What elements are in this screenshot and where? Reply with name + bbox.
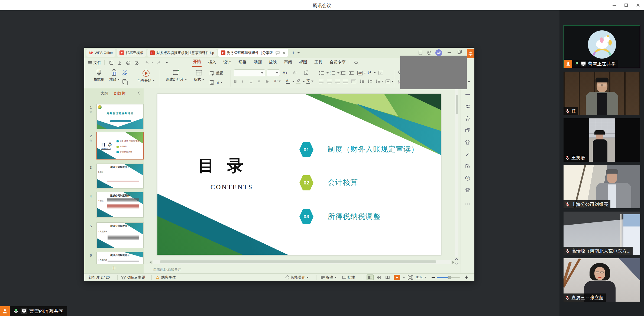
font-color-button[interactable]: A <box>286 78 290 84</box>
missing-font-warning[interactable]: 缺失字体 <box>155 275 176 280</box>
slide-thumbnail-6-clipped[interactable]: 建设公司制度部分 3.其他费用 <box>96 252 144 264</box>
menu-review[interactable]: 审阅 <box>283 59 293 66</box>
align-center-icon[interactable] <box>327 79 332 83</box>
skin-center-icon[interactable] <box>465 187 471 193</box>
bullet-list-icon[interactable] <box>319 71 325 75</box>
numbered-chevron-icon[interactable] <box>337 72 339 74</box>
maximize-button[interactable] <box>620 0 632 10</box>
smart-beautify-button[interactable]: 智能美化 <box>285 275 309 280</box>
bullet-chevron-icon[interactable] <box>326 72 329 74</box>
slide-thumbnail-4[interactable]: 建设公司制度部分 1.借款 <box>96 192 144 218</box>
design-shirt-icon[interactable] <box>465 139 471 145</box>
new-slide-button[interactable]: 新建幻灯片 <box>163 69 189 82</box>
zoom-level[interactable]: 81% <box>416 275 426 279</box>
play-from-current-button[interactable]: 当页开始 <box>135 69 157 83</box>
add-slide-button[interactable]: + <box>84 264 144 272</box>
effects-star-icon[interactable] <box>465 116 471 122</box>
tab-presentation-1[interactable]: P 财务报表填报要求及注意事项课件1.p <box>147 49 217 57</box>
help-icon[interactable]: ? <box>465 175 471 181</box>
line-spacing-button[interactable] <box>376 79 384 83</box>
more-ellipsis-icon[interactable] <box>465 201 471 207</box>
menu-home[interactable]: 开始 <box>192 59 202 67</box>
menu-animation[interactable]: 动画 <box>253 59 262 66</box>
distribute-text-icon[interactable] <box>351 79 356 83</box>
slideshow-chevron-icon[interactable] <box>403 277 405 278</box>
menu-transition[interactable]: 切换 <box>238 59 247 66</box>
undo-chevron-icon[interactable] <box>151 62 154 63</box>
vertical-scrollbar-thumb[interactable] <box>456 95 458 114</box>
slide-title[interactable]: 目 录 <box>198 155 248 177</box>
print-icon[interactable] <box>126 60 131 65</box>
wps-restore-icon[interactable] <box>458 50 462 54</box>
slides-tab[interactable]: 幻灯片 <box>114 91 125 96</box>
format-painter-button[interactable]: 格式刷 <box>92 69 106 82</box>
fit-screen-icon[interactable] <box>408 275 413 280</box>
highlight-color-button[interactable] <box>296 78 301 84</box>
participant-tile-ren[interactable]: 任 <box>564 72 640 115</box>
cut-icon[interactable] <box>122 70 128 76</box>
align-right-icon[interactable] <box>335 79 340 83</box>
find-replace-icon[interactable] <box>465 163 471 169</box>
numbered-list-icon[interactable]: 12 <box>330 71 336 75</box>
increase-font-button[interactable]: A+ <box>283 70 288 75</box>
layout-button[interactable]: 版式 <box>192 69 207 82</box>
slide-thumbnail-5[interactable]: 建设公司制度部分 2.大额支出 <box>96 222 144 248</box>
participant-tile-liuweiliang[interactable]: 上海分公司刘维亮 <box>564 165 640 208</box>
scroll-left-icon[interactable] <box>150 261 151 264</box>
normal-view-button[interactable] <box>367 274 374 280</box>
participant-tile-caoxue[interactable]: 曹雪正在共享 <box>564 25 640 68</box>
tab-list-chevron-icon[interactable] <box>297 52 300 53</box>
tab-presentation-active[interactable]: P 财务管理部培训课件（分享版 <box>218 49 288 57</box>
bold-button[interactable]: B <box>234 79 237 84</box>
slide-thumbnail-1[interactable]: 财务管理部业务培训 <box>96 104 144 129</box>
menu-insert[interactable]: 插入 <box>208 59 217 66</box>
align-objects-button[interactable] <box>386 79 394 83</box>
highlight-chevron-icon[interactable] <box>303 81 305 82</box>
menu-view[interactable]: 视图 <box>299 59 308 66</box>
toolbar-more-chevron-icon[interactable] <box>166 62 168 63</box>
reading-view-button[interactable] <box>384 274 391 280</box>
properties-sliders-icon[interactable] <box>465 104 471 110</box>
menu-member[interactable]: 会员专享 <box>329 59 346 66</box>
toc-item-1[interactable]: 制度（财务入账规定宣读） <box>328 144 419 154</box>
align-justify-icon[interactable] <box>343 79 348 83</box>
slide-thumbnail-3[interactable]: 建设公司制度部分 1.借款 <box>96 164 144 189</box>
zoom-slider-thumb[interactable] <box>448 276 451 279</box>
minimize-button[interactable] <box>608 0 620 10</box>
horizontal-scrollbar-thumb[interactable] <box>160 260 436 263</box>
menu-slideshow[interactable]: 放映 <box>268 59 277 66</box>
participant-tile-wangxiaoyu[interactable]: 王笑语 <box>564 118 640 162</box>
slide-thumbnail-2-selected[interactable]: 目 录 CONTENTS 制度（财务入账规定宣读） 会计核算 所得税纳税调整 <box>96 132 144 159</box>
close-button[interactable] <box>632 0 644 10</box>
slide-sorter-view-button[interactable] <box>375 274 382 280</box>
font-color-chevron-icon[interactable] <box>292 81 295 82</box>
redo-icon[interactable] <box>157 60 162 65</box>
participant-tile-zhanglichao[interactable]: 直属三～张立超 <box>564 258 640 302</box>
superscript-button[interactable]: X² <box>274 79 281 83</box>
collapse-panel-icon[interactable] <box>137 91 140 95</box>
decrease-font-button[interactable]: A- <box>293 70 297 75</box>
text-direction-button[interactable]: A <box>368 70 376 75</box>
slide-subtitle[interactable]: CONTENTS <box>211 183 253 191</box>
zoom-out-button[interactable] <box>432 277 435 278</box>
menu-design[interactable]: 设计 <box>223 59 232 66</box>
reset-button[interactable]: 重置 <box>209 71 223 76</box>
device-sync-icon[interactable] <box>418 50 423 55</box>
outline-tab[interactable]: 大纲 <box>101 91 108 96</box>
wps-minimize-icon[interactable] <box>447 51 451 54</box>
collapse-strip-icon[interactable] <box>465 92 471 98</box>
theme-button[interactable]: Office 主题 <box>121 275 145 280</box>
magic-wand-icon[interactable] <box>465 151 471 157</box>
line-spacing-up-icon[interactable] <box>360 79 364 83</box>
font-name-select[interactable] <box>234 69 265 76</box>
char-shadow-button[interactable]: A <box>258 79 260 84</box>
tab-docer-templates[interactable]: 找稻壳模板 <box>117 49 146 57</box>
decrease-indent-icon[interactable] <box>341 71 346 75</box>
save-icon[interactable] <box>109 60 114 65</box>
copy-icon[interactable] <box>122 79 128 85</box>
clear-format-icon[interactable] <box>303 70 309 75</box>
font-size-select[interactable] <box>267 69 280 76</box>
align-left-icon[interactable] <box>319 79 324 83</box>
shape-merge-icon[interactable] <box>465 127 471 133</box>
pinyin-guide-button[interactable]: 文 <box>306 78 313 84</box>
